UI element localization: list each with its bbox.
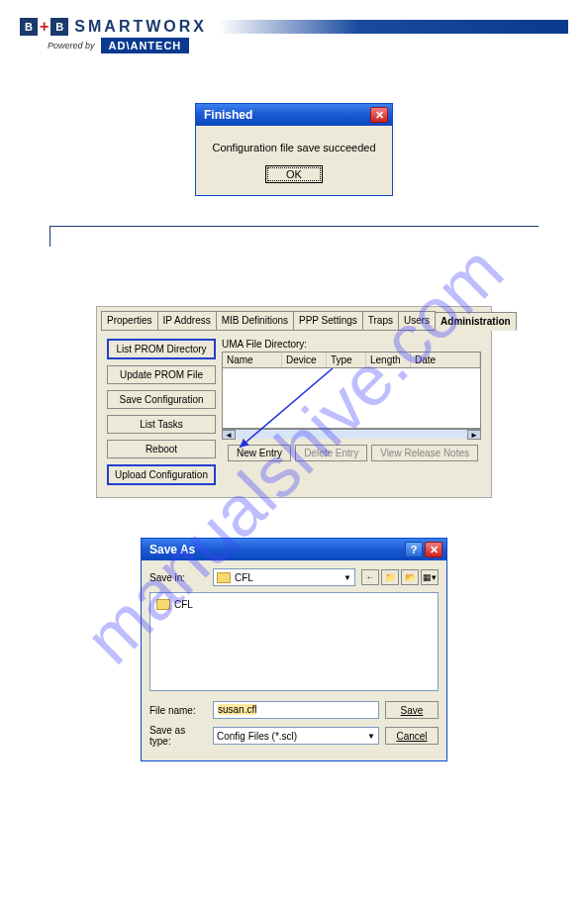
tab-administration[interactable]: Administration <box>435 312 517 331</box>
cancel-button[interactable]: Cancel <box>385 727 439 745</box>
list-prom-button[interactable]: List PROM Directory <box>107 339 216 359</box>
tab-users[interactable]: Users <box>398 311 436 330</box>
list-tasks-button[interactable]: List Tasks <box>107 415 216 434</box>
ok-button[interactable]: OK <box>265 165 323 183</box>
finished-title: Finished <box>204 108 252 122</box>
reboot-button[interactable]: Reboot <box>107 440 216 458</box>
file-directory-table: Name Device Type Length Date <box>222 352 481 429</box>
logo-plus: + <box>40 18 49 36</box>
finished-titlebar: Finished ✕ <box>196 104 392 126</box>
delete-entry-button: Delete Entry <box>295 445 367 461</box>
scroll-right-icon[interactable]: ► <box>467 430 481 440</box>
upload-configuration-button[interactable]: Upload Configuration <box>107 464 216 485</box>
page-header: B + B SMARTWORX Powered by AD\ANTECH <box>0 0 588 53</box>
save-in-label: Save in: <box>149 572 207 583</box>
back-icon[interactable]: ← <box>361 569 379 585</box>
powered-by-label: Powered by <box>48 41 95 50</box>
save-in-dropdown[interactable]: CFL ▼ <box>213 568 355 586</box>
logo-b2: B <box>50 18 68 36</box>
tab-properties[interactable]: Properties <box>101 311 158 330</box>
save-as-titlebar: Save As ? ✕ <box>142 539 446 560</box>
view-menu-icon[interactable]: ▦▾ <box>421 569 439 585</box>
filename-value: susan.cfl <box>218 704 256 715</box>
filename-label: File name: <box>149 705 207 716</box>
save-as-title: Save As <box>149 543 195 556</box>
scrollbar[interactable]: ◄ ► <box>222 429 481 439</box>
finished-dialog: Finished ✕ Configuration file save succe… <box>195 103 393 196</box>
tab-mib-definitions[interactable]: MIB Definitions <box>216 311 294 330</box>
file-list[interactable]: CFL <box>149 592 439 691</box>
chevron-down-icon: ▼ <box>367 732 375 741</box>
close-icon[interactable]: ✕ <box>370 107 388 123</box>
gradient-bar <box>219 20 568 34</box>
tab-traps[interactable]: Traps <box>362 311 399 330</box>
scroll-left-icon[interactable]: ◄ <box>222 430 236 440</box>
logo-b1: B <box>20 18 38 36</box>
saveastype-value: Config Files (*.scl) <box>217 731 297 742</box>
tab-ppp-settings[interactable]: PPP Settings <box>293 311 363 330</box>
saveastype-dropdown[interactable]: Config Files (*.scl) ▼ <box>213 727 379 745</box>
col-length[interactable]: Length <box>366 353 411 367</box>
admin-tabs-panel: Properties IP Address MIB Definitions PP… <box>96 306 492 498</box>
filename-input[interactable]: susan.cfl <box>213 701 379 719</box>
divider-stub <box>49 227 588 247</box>
finished-message: Configuration file save succeeded <box>206 142 382 153</box>
brand-text: SMARTWORX <box>74 18 207 36</box>
file-item-label: CFL <box>174 599 193 610</box>
col-type[interactable]: Type <box>327 353 366 367</box>
folder-icon <box>217 572 231 583</box>
save-configuration-button[interactable]: Save Configuration <box>107 390 216 409</box>
tabstrip: Properties IP Address MIB Definitions PP… <box>101 311 487 331</box>
saveastype-label: Save as type: <box>149 725 207 747</box>
bb-logo: B + B <box>20 18 68 36</box>
advantech-logo: AD\ANTECH <box>101 38 190 53</box>
col-device[interactable]: Device <box>282 353 327 367</box>
save-button[interactable]: Save <box>385 701 439 719</box>
tab-ip-address[interactable]: IP Address <box>157 311 217 330</box>
col-date[interactable]: Date <box>411 353 480 367</box>
save-in-value: CFL <box>235 572 253 583</box>
save-as-dialog: Save As ? ✕ Save in: CFL ▼ ← 📁 📂 ▦▾ CFL <box>141 538 447 761</box>
view-release-notes-button: View Release Notes <box>371 445 478 461</box>
col-name[interactable]: Name <box>223 353 282 367</box>
up-folder-icon[interactable]: 📁 <box>381 569 399 585</box>
close-icon[interactable]: ✕ <box>425 542 442 557</box>
help-icon[interactable]: ? <box>405 542 423 557</box>
folder-icon <box>156 599 170 610</box>
new-folder-icon[interactable]: 📂 <box>401 569 419 585</box>
list-item[interactable]: CFL <box>156 599 432 610</box>
update-prom-button[interactable]: Update PROM File <box>107 365 216 384</box>
new-entry-button[interactable]: New Entry <box>228 445 291 461</box>
chevron-down-icon: ▼ <box>343 573 351 582</box>
file-directory-label: UMA File Directory: <box>222 339 481 350</box>
